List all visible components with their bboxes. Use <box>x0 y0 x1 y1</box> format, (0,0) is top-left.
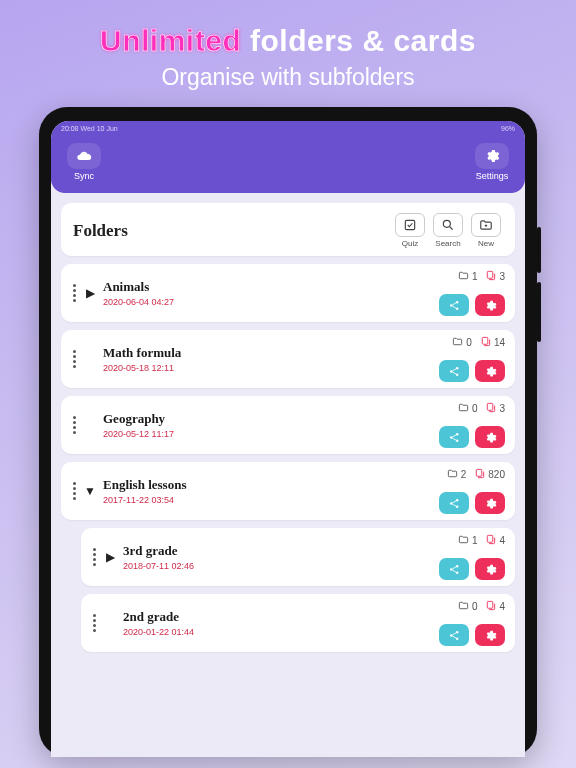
quiz-button[interactable]: Quiz <box>393 213 427 248</box>
folder-icon <box>458 600 469 613</box>
hero-text: Unlimited folders & cards Organise with … <box>90 0 486 103</box>
content-area: Folders Quiz Search <box>51 193 525 757</box>
svg-rect-2 <box>488 271 494 278</box>
svg-rect-10 <box>488 403 494 410</box>
drag-handle[interactable] <box>87 614 101 632</box>
hero-rest: folders & cards <box>241 24 476 57</box>
subfolder-count: 0 <box>472 403 478 414</box>
folder-name: 3rd grade <box>123 543 194 559</box>
new-label: New <box>478 239 494 248</box>
check-icon <box>395 213 425 237</box>
cards-icon <box>485 534 496 547</box>
svg-rect-22 <box>488 601 494 608</box>
share-button[interactable] <box>439 558 469 580</box>
row-settings-button[interactable] <box>475 360 505 382</box>
folder-name: Math formula <box>103 345 181 361</box>
folder-info: Math formula2020-05-18 12:11 <box>99 345 181 373</box>
settings-button[interactable]: Settings <box>475 143 509 181</box>
drag-handle[interactable] <box>67 284 81 302</box>
folder-counts: 014 <box>452 336 505 349</box>
svg-point-24 <box>456 631 458 633</box>
folder-counts: 03 <box>458 402 505 415</box>
svg-point-1 <box>443 220 450 227</box>
folder-icon <box>452 336 463 349</box>
svg-point-17 <box>456 505 458 507</box>
folder-info: Geography2020-05-12 11:17 <box>99 411 174 439</box>
drag-handle[interactable] <box>67 350 81 368</box>
folder-row[interactable]: ▶Animals2020-06-04 04:2713 <box>61 264 515 322</box>
share-button[interactable] <box>439 624 469 646</box>
folder-date: 2017-11-22 03:54 <box>103 495 186 505</box>
svg-point-9 <box>456 373 458 375</box>
subfolder-count: 2 <box>461 469 467 480</box>
card-count: 4 <box>499 535 505 546</box>
cloud-icon <box>67 143 101 169</box>
card-count: 3 <box>499 271 505 282</box>
share-button[interactable] <box>439 426 469 448</box>
subfolder-count: 1 <box>472 271 478 282</box>
folder-list: ▶Animals2020-06-04 04:2713Math formula20… <box>61 264 515 652</box>
svg-point-8 <box>456 367 458 369</box>
svg-point-3 <box>450 304 452 306</box>
svg-point-5 <box>456 307 458 309</box>
svg-point-15 <box>450 502 452 504</box>
share-button[interactable] <box>439 294 469 316</box>
folder-row[interactable]: ▼English lessons2017-11-22 03:542820 <box>61 462 515 520</box>
drag-handle[interactable] <box>87 548 101 566</box>
settings-label: Settings <box>476 171 509 181</box>
svg-point-11 <box>450 436 452 438</box>
folder-date: 2018-07-11 02:46 <box>123 561 194 571</box>
drag-handle[interactable] <box>67 482 81 500</box>
quiz-label: Quiz <box>402 239 418 248</box>
hero-sub: Organise with subfolders <box>100 64 476 91</box>
drag-handle[interactable] <box>67 416 81 434</box>
folder-row[interactable]: Geography2020-05-12 11:1703 <box>61 396 515 454</box>
folder-name: 2nd grade <box>123 609 194 625</box>
hero-accent: Unlimited <box>100 24 241 57</box>
row-settings-button[interactable] <box>475 558 505 580</box>
status-right: 96% <box>501 125 515 132</box>
folder-row[interactable]: ▶3rd grade2018-07-11 02:4614 <box>81 528 515 586</box>
svg-point-25 <box>456 637 458 639</box>
subfolder-count: 1 <box>472 535 478 546</box>
card-count: 14 <box>494 337 505 348</box>
folder-counts: 04 <box>458 600 505 613</box>
svg-rect-18 <box>488 535 494 542</box>
row-settings-button[interactable] <box>475 426 505 448</box>
new-folder-icon <box>471 213 501 237</box>
folder-row[interactable]: 2nd grade2020-01-22 01:4404 <box>81 594 515 652</box>
svg-point-13 <box>456 439 458 441</box>
folder-icon <box>458 534 469 547</box>
card-count: 4 <box>499 601 505 612</box>
expand-toggle[interactable]: ▼ <box>81 484 99 498</box>
search-button[interactable]: Search <box>431 213 465 248</box>
expand-toggle[interactable]: ▶ <box>101 550 119 564</box>
folder-name: Geography <box>103 411 174 427</box>
cards-icon <box>485 600 496 613</box>
folder-icon <box>458 270 469 283</box>
folder-row[interactable]: Math formula2020-05-18 12:11014 <box>61 330 515 388</box>
search-label: Search <box>435 239 460 248</box>
svg-point-20 <box>456 565 458 567</box>
folder-counts: 13 <box>458 270 505 283</box>
folder-info: English lessons2017-11-22 03:54 <box>99 477 186 505</box>
folder-info: 2nd grade2020-01-22 01:44 <box>119 609 194 637</box>
svg-point-21 <box>456 571 458 573</box>
new-button[interactable]: New <box>469 213 503 248</box>
sync-label: Sync <box>74 171 94 181</box>
share-button[interactable] <box>439 492 469 514</box>
cards-icon <box>485 270 496 283</box>
folder-info: Animals2020-06-04 04:27 <box>99 279 174 307</box>
folder-date: 2020-06-04 04:27 <box>103 297 174 307</box>
row-settings-button[interactable] <box>475 624 505 646</box>
svg-point-23 <box>450 634 452 636</box>
folder-counts: 2820 <box>447 468 505 481</box>
sync-button[interactable]: Sync <box>67 143 101 181</box>
expand-toggle[interactable]: ▶ <box>81 286 99 300</box>
row-settings-button[interactable] <box>475 294 505 316</box>
folder-icon <box>447 468 458 481</box>
share-button[interactable] <box>439 360 469 382</box>
list-header: Folders Quiz Search <box>61 203 515 256</box>
row-settings-button[interactable] <box>475 492 505 514</box>
svg-rect-14 <box>477 469 483 476</box>
